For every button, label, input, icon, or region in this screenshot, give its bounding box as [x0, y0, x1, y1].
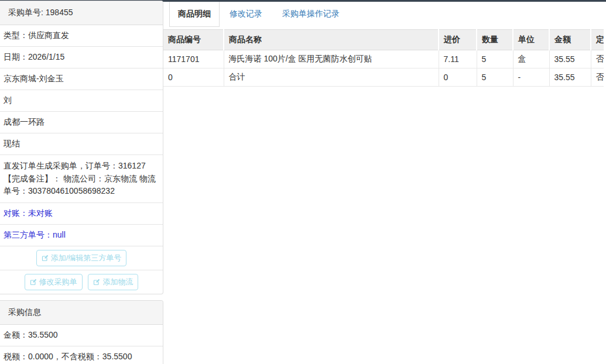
cell-amount: 35.55: [549, 68, 591, 87]
contact-row: 刘: [0, 90, 163, 112]
col-unit: 单位: [513, 30, 549, 50]
order-type-row: 类型：供应商直发: [0, 25, 163, 47]
col-product-name: 商品名称: [224, 30, 439, 50]
edit-icon: [42, 255, 49, 262]
tab-product-detail[interactable]: 商品明细: [169, 2, 220, 27]
order-remark-row: 直发订单生成采购单，订单号：316127【完成备注】： 物流公司：京东物流 物流…: [0, 155, 163, 203]
cell-quantity: 5: [477, 68, 513, 87]
cell-unit: -: [513, 68, 549, 87]
third-party-number-row: 第三方单号：null: [0, 225, 163, 246]
cell-product-name: 合计: [224, 68, 439, 87]
cell-product-code: 0: [163, 68, 224, 87]
table-row: 1171701 海氏海诺 100片/盒 医用无菌防水创可贴 7.11 5 盒 3…: [163, 50, 604, 68]
order-sidebar: 采购单号: 198455 类型：供应商直发 日期：2026/1/15 京东商城-…: [0, 0, 163, 364]
add-logistics-label: 添加物流: [102, 277, 133, 287]
cell-purchase-price: 0: [439, 68, 477, 87]
edit-icon: [93, 279, 100, 286]
cell-custom: 否: [591, 68, 604, 87]
cell-quantity: 5: [477, 50, 513, 68]
cell-unit: 盒: [513, 50, 549, 68]
address-row: 成都一环路: [0, 112, 163, 133]
cell-amount: 35.55: [549, 50, 591, 68]
order-number-header: 采购单号: 198455: [0, 1, 163, 25]
product-table: 商品编号 商品名称 进价 数量 单位 金额 定 1171701 海氏海诺 100…: [163, 29, 604, 87]
po-actions-button-row: 修改采购单 添加物流: [0, 270, 163, 294]
edit-icon: [30, 279, 37, 286]
amount-row: 金额：35.5500: [0, 325, 163, 346]
purchase-info-header: 采购信息: [0, 301, 163, 325]
supplier-row: 京东商城-刘金玉: [0, 68, 163, 90]
order-date-row: 日期：2026/1/15: [0, 47, 163, 68]
add-logistics-button[interactable]: 添加物流: [88, 274, 138, 290]
col-amount: 金额: [549, 30, 591, 50]
page: 采购单号: 198455 类型：供应商直发 日期：2026/1/15 京东商城-…: [0, 0, 606, 364]
tax-row: 税额：0.0000，不含税额：35.5500: [0, 346, 163, 364]
col-purchase-price: 进价: [439, 30, 477, 50]
purchase-info-panel: 采购信息 金额：35.5500 税额：0.0000，不含税额：35.5500 采…: [0, 300, 163, 364]
product-table-container: 商品编号 商品名称 进价 数量 单位 金额 定 1171701 海氏海诺 100…: [163, 29, 604, 87]
modify-po-button[interactable]: 修改采购单: [25, 274, 83, 290]
cell-custom: 否: [591, 50, 604, 68]
cell-product-code: 1171701: [163, 50, 224, 68]
tab-po-operation-log[interactable]: 采购单操作记录: [272, 2, 350, 27]
col-quantity: 数量: [477, 30, 513, 50]
main-content: 商品明细 修改记录 采购单操作记录 商品编号 商品名称 进价 数量 单位 金额 …: [163, 0, 606, 364]
add-edit-third-party-label: 添加/编辑第三方单号: [51, 253, 122, 263]
tab-modify-history[interactable]: 修改记录: [220, 2, 272, 27]
cell-purchase-price: 7.11: [439, 50, 477, 68]
table-total-row: 0 合计 0 5 - 35.55 否: [163, 68, 604, 87]
reconciliation-status-row: 对账：未对账: [0, 203, 163, 225]
tab-bar: 商品明细 修改记录 采购单操作记录: [163, 2, 606, 27]
table-header-row: 商品编号 商品名称 进价 数量 单位 金额 定: [163, 30, 604, 50]
payment-terms-row: 现结: [0, 133, 163, 155]
cell-product-name: 海氏海诺 100片/盒 医用无菌防水创可贴: [224, 50, 439, 68]
order-detail-panel: 采购单号: 198455 类型：供应商直发 日期：2026/1/15 京东商城-…: [0, 1, 163, 294]
col-product-code: 商品编号: [163, 30, 224, 50]
add-edit-third-party-button[interactable]: 添加/编辑第三方单号: [36, 250, 127, 266]
col-custom: 定: [591, 30, 604, 50]
third-party-button-row: 添加/编辑第三方单号: [0, 246, 163, 270]
modify-po-label: 修改采购单: [39, 277, 77, 287]
